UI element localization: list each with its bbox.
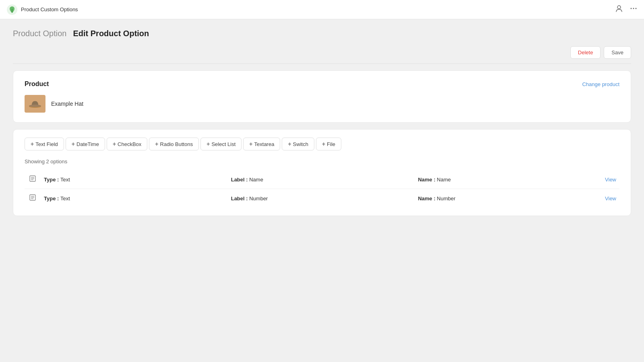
tab-btn-radio-buttons[interactable]: +Radio Buttons [149, 138, 199, 150]
product-card-header: Product Change product [25, 80, 619, 88]
app-title: Product Custom Options [21, 6, 78, 12]
product-card: Product Change product Example Hat [13, 70, 631, 123]
options-table: Type : Text Label : Name Name : Name Vie… [25, 170, 619, 208]
tab-btn-file[interactable]: +File [316, 138, 341, 150]
user-icon[interactable] [615, 4, 623, 14]
product-thumbnail [25, 95, 45, 113]
showing-count: Showing 2 options [25, 158, 619, 165]
breadcrumb-current: Edit Product Option [73, 29, 149, 38]
option-row-0: Type : Text Label : Name Name : Name Vie… [25, 170, 619, 189]
tab-btn-textarea[interactable]: +Textarea [243, 138, 280, 150]
option-name-cell: Name : Number [418, 195, 599, 202]
toolbar: Delete Save [13, 46, 631, 64]
top-bar-left: Product Custom Options [6, 4, 78, 15]
tab-btn-datetime[interactable]: +DateTime [66, 138, 105, 150]
svg-point-1 [617, 6, 621, 9]
option-icon [28, 175, 37, 184]
svg-point-2 [631, 8, 632, 9]
svg-point-4 [636, 8, 637, 9]
delete-button[interactable]: Delete [570, 46, 601, 59]
plus-icon: + [322, 141, 325, 147]
tab-btn-text-field[interactable]: +Text Field [25, 138, 64, 150]
plus-icon: + [31, 141, 34, 147]
more-options-icon[interactable] [630, 4, 638, 14]
top-bar-right [615, 4, 638, 14]
product-card-title: Product [25, 80, 49, 88]
tab-btn-select-list[interactable]: +Select List [200, 138, 242, 150]
option-row-1: Type : Text Label : Number Name : Number… [25, 189, 619, 208]
save-button[interactable]: Save [604, 46, 631, 59]
tab-btn-switch[interactable]: +Switch [282, 138, 314, 150]
option-name-cell: Name : Name [418, 177, 599, 183]
top-bar: Product Custom Options [0, 0, 644, 19]
tab-bar: +Text Field+DateTime+CheckBox+Radio Butt… [25, 138, 619, 150]
breadcrumb: Product Option Edit Product Option [13, 29, 631, 38]
svg-point-3 [633, 8, 634, 9]
plus-icon: + [206, 141, 210, 147]
option-label-cell: Label : Name [231, 177, 412, 183]
option-icon [28, 194, 37, 203]
plus-icon: + [155, 141, 158, 147]
option-type-cell: Type : Text [44, 177, 225, 183]
option-label-cell: Label : Number [231, 195, 412, 202]
tab-btn-checkbox[interactable]: +CheckBox [107, 138, 147, 150]
option-view-link-1[interactable]: View [605, 195, 616, 202]
plus-icon: + [249, 141, 252, 147]
app-icon [6, 4, 18, 15]
product-name: Example Hat [51, 101, 83, 107]
change-product-link[interactable]: Change product [582, 81, 619, 87]
hat-image [27, 97, 43, 110]
breadcrumb-parent[interactable]: Product Option [13, 29, 66, 38]
option-type-cell: Type : Text [44, 195, 225, 202]
plus-icon: + [113, 141, 116, 147]
plus-icon: + [72, 141, 75, 147]
options-card: +Text Field+DateTime+CheckBox+Radio Butt… [13, 129, 631, 216]
main-content: Product Option Edit Product Option Delet… [0, 19, 644, 226]
svg-point-7 [29, 105, 41, 107]
product-row: Example Hat [25, 95, 619, 113]
plus-icon: + [288, 141, 291, 147]
option-view-link-0[interactable]: View [605, 177, 616, 183]
